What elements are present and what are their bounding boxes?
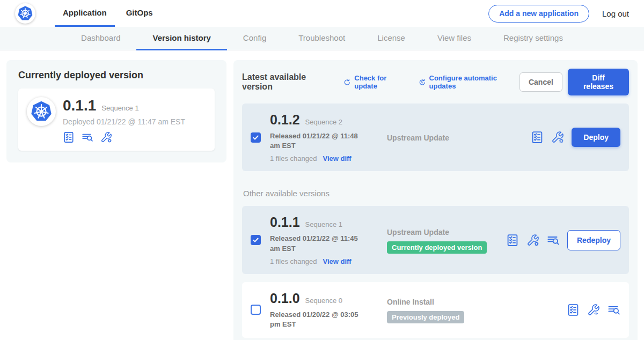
configure-automatic-updates-label: Configure automatic updates: [429, 74, 519, 90]
sequence-label: Sequence 0: [305, 297, 342, 305]
app-subnav: Dashboard Version history Config Trouble…: [0, 27, 644, 50]
checkmark-icon: [252, 236, 260, 244]
version-number: 0.1.0: [270, 291, 300, 306]
kubernetes-logo-icon: [30, 100, 53, 123]
deploy-button[interactable]: Deploy: [572, 128, 620, 147]
subnav-tab-troubleshoot-label: Troubleshoot: [298, 33, 345, 42]
subnav-tab-config[interactable]: Config: [227, 27, 282, 50]
subnav-tab-license-label: License: [377, 33, 405, 42]
app-logo[interactable]: [15, 3, 35, 24]
subnav-tab-view-files[interactable]: View files: [421, 27, 487, 50]
logout-button[interactable]: Log out: [602, 9, 630, 18]
released-timestamp: Released 01/21/22 @ 11:45 am EST: [270, 234, 368, 253]
view-diff-link[interactable]: View diff: [323, 257, 351, 265]
files-changed-label: 1 files changed: [270, 257, 317, 265]
checkmark-icon: [252, 134, 260, 142]
preflight-checklist-icon[interactable]: [567, 304, 580, 316]
logs-search-icon[interactable]: [82, 131, 93, 143]
currently-deployed-title: Currently deployed version: [18, 70, 215, 81]
subnav-tab-version-history[interactable]: Version history: [136, 27, 226, 50]
released-timestamp: Released 01/20/22 @ 03:05 pm EST: [270, 310, 368, 329]
configure-automatic-updates-button[interactable]: Configure automatic updates: [418, 74, 519, 90]
version-source-column: Upstream Update: [387, 132, 531, 142]
preflight-checklist-icon[interactable]: [63, 131, 75, 143]
logs-search-icon[interactable]: [608, 304, 620, 316]
version-row-0-1-0: 0.1.0 Sequence 0 Released 01/20/22 @ 03:…: [242, 282, 629, 338]
version-checkbox[interactable]: [251, 132, 261, 143]
currently-deployed-panel: Currently deployed version 0.1.1 Sequenc…: [6, 60, 226, 162]
preflight-checklist-icon[interactable]: [531, 131, 544, 144]
tab-gitops[interactable]: GitOps: [118, 0, 161, 27]
files-changed-label: 1 files changed: [270, 154, 317, 162]
other-available-versions-title: Other available versions: [243, 189, 629, 198]
preflight-checklist-icon[interactable]: [506, 234, 519, 247]
version-number: 0.1.1: [270, 215, 300, 230]
app-icon-badge: [27, 97, 56, 126]
subnav-tab-dashboard[interactable]: Dashboard: [65, 27, 136, 50]
subnav-tab-troubleshoot[interactable]: Troubleshoot: [282, 27, 361, 50]
check-for-update-label: Check for update: [354, 74, 407, 90]
version-source-column: Upstream Update Currently deployed versi…: [387, 227, 506, 254]
cancel-button[interactable]: Cancel: [519, 72, 562, 92]
currently-deployed-badge: Currently deployed version: [387, 241, 487, 254]
logs-search-icon[interactable]: [547, 234, 560, 247]
subnav-tab-license[interactable]: License: [361, 27, 421, 50]
clock-refresh-icon: [418, 78, 426, 87]
version-source-label: Upstream Update: [387, 228, 506, 236]
tab-application-label: Application: [63, 8, 107, 17]
tab-gitops-label: GitOps: [126, 8, 153, 17]
deployed-version-info: 0.1.1 Sequence 1 Deployed 01/21/22 @ 11:…: [63, 97, 185, 143]
version-row-0-1-1: 0.1.1 Sequence 1 Released 01/21/22 @ 11:…: [242, 206, 629, 274]
view-diff-link[interactable]: View diff: [323, 154, 351, 162]
deployed-version-number: 0.1.1: [63, 97, 96, 114]
config-wrench-gear-icon[interactable]: [551, 131, 564, 144]
check-for-update-button[interactable]: Check for update: [342, 74, 407, 90]
version-row-actions: Deploy: [531, 128, 620, 147]
version-checkbox[interactable]: [251, 235, 261, 245]
config-wrench-gear-icon[interactable]: [526, 234, 539, 247]
version-row-actions: [567, 304, 620, 316]
refresh-icon: [342, 78, 351, 87]
deployed-version-card: 0.1.1 Sequence 1 Deployed 01/21/22 @ 11:…: [18, 88, 215, 151]
subnav-tab-dashboard-label: Dashboard: [81, 33, 120, 42]
subnav-tab-version-history-label: Version history: [152, 33, 210, 42]
redeploy-button[interactable]: Redeploy: [567, 230, 620, 250]
released-timestamp: Released 01/21/22 @ 11:48 am EST: [270, 131, 368, 151]
deployed-sequence-label: Sequence 1: [101, 104, 138, 112]
main-content: Currently deployed version 0.1.1 Sequenc…: [0, 50, 644, 340]
available-versions-panel: Latest available version Check for updat…: [233, 60, 638, 340]
subnav-tab-view-files-label: View files: [437, 33, 471, 42]
version-row-0-1-2: 0.1.2 Sequence 2 Released 01/21/22 @ 11:…: [242, 104, 629, 171]
config-wrench-eye-icon[interactable]: [587, 304, 600, 316]
version-info-column: 0.1.0 Sequence 0 Released 01/20/22 @ 03:…: [270, 291, 387, 329]
add-application-button[interactable]: Add a new application: [488, 5, 589, 23]
subnav-tab-registry-settings-label: Registry settings: [503, 33, 563, 42]
sequence-label: Sequence 2: [305, 118, 342, 126]
deployed-action-icons: [63, 131, 185, 143]
version-source-label: Online Install: [387, 298, 567, 306]
version-checkbox[interactable]: [251, 305, 261, 315]
available-versions-header: Latest available version Check for updat…: [242, 69, 629, 95]
tab-application[interactable]: Application: [55, 0, 115, 27]
version-row-actions: Redeploy: [506, 230, 620, 250]
top-bar: Application GitOps Add a new application…: [0, 0, 644, 27]
version-info-column: 0.1.2 Sequence 2 Released 01/21/22 @ 11:…: [270, 112, 387, 162]
sequence-label: Sequence 1: [305, 220, 342, 228]
config-wrench-gear-icon[interactable]: [100, 131, 112, 143]
latest-available-title: Latest available version: [242, 72, 333, 92]
version-source-label: Upstream Update: [387, 134, 531, 142]
version-info-column: 0.1.1 Sequence 1 Released 01/21/22 @ 11:…: [270, 215, 387, 265]
version-number: 0.1.2: [270, 112, 300, 128]
kubernetes-logo-icon: [17, 5, 33, 21]
diff-releases-button[interactable]: Diff releases: [568, 69, 629, 95]
version-source-column: Online Install Previously deployed: [387, 297, 567, 323]
deployed-timestamp: Deployed 01/21/22 @ 11:47 am EST: [63, 117, 185, 126]
previously-deployed-badge: Previously deployed: [387, 311, 464, 323]
subnav-tab-config-label: Config: [243, 33, 266, 42]
subnav-tab-registry-settings[interactable]: Registry settings: [487, 27, 579, 50]
